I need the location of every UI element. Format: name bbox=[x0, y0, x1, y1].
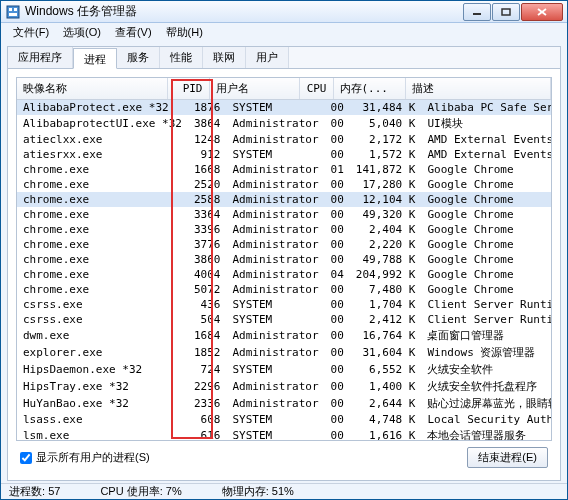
cell-pid: 1684 bbox=[188, 327, 227, 344]
tab-services[interactable]: 服务 bbox=[117, 47, 160, 68]
cell-desc: Google Chrome bbox=[421, 222, 551, 237]
table-row[interactable]: chrome.exe1668Administrator01141,872 KGo… bbox=[17, 162, 551, 177]
table-row[interactable]: HipsDaemon.exe *32724SYSTEM006,552 K火绒安全… bbox=[17, 361, 551, 378]
cell-cpu: 00 bbox=[325, 132, 350, 147]
cell-pid: 2520 bbox=[188, 177, 227, 192]
table-row[interactable]: chrome.exe2588Administrator0012,104 KGoo… bbox=[17, 192, 551, 207]
cell-user: Administrator bbox=[226, 395, 324, 412]
cell-name: chrome.exe bbox=[17, 222, 188, 237]
table-row[interactable]: AlibabaProtect.exe *321876SYSTEM0031,484… bbox=[17, 100, 551, 115]
cell-user: Administrator bbox=[226, 378, 324, 395]
cell-cpu: 00 bbox=[325, 207, 350, 222]
table-row[interactable]: chrome.exe3364Administrator0049,320 KGoo… bbox=[17, 207, 551, 222]
cell-user: SYSTEM bbox=[226, 147, 324, 162]
status-physical-memory: 物理内存: 51% bbox=[222, 484, 294, 499]
cell-mem: 16,764 K bbox=[350, 327, 422, 344]
menu-view[interactable]: 查看(V) bbox=[109, 23, 158, 42]
col-header-pid[interactable]: PID bbox=[167, 78, 209, 100]
cell-pid: 608 bbox=[188, 412, 227, 427]
table-row[interactable]: HuYanBao.exe *322336Administrator002,644… bbox=[17, 395, 551, 412]
cell-cpu: 00 bbox=[325, 378, 350, 395]
table-row[interactable]: explorer.exe1852Administrator0031,604 KW… bbox=[17, 344, 551, 361]
cell-mem: 7,480 K bbox=[350, 282, 422, 297]
menu-options[interactable]: 选项(O) bbox=[57, 23, 107, 42]
cell-cpu: 00 bbox=[325, 222, 350, 237]
menu-file[interactable]: 文件(F) bbox=[7, 23, 55, 42]
show-all-users-checkbox[interactable]: 显示所有用户的进程(S) bbox=[20, 450, 150, 465]
minimize-button[interactable] bbox=[463, 3, 491, 21]
cell-desc: Google Chrome bbox=[421, 162, 551, 177]
table-row[interactable]: chrome.exe3396Administrator002,404 KGoog… bbox=[17, 222, 551, 237]
cell-name: lsass.exe bbox=[17, 412, 188, 427]
col-header-cpu[interactable]: CPU bbox=[299, 78, 333, 100]
cell-cpu: 00 bbox=[325, 427, 350, 440]
task-manager-window: Windows 任务管理器 文件(F) 选项(O) 查看(V) 帮助(H) 应用… bbox=[0, 0, 568, 500]
close-button[interactable] bbox=[521, 3, 563, 21]
table-row[interactable]: dwm.exe1684Administrator0016,764 K桌面窗口管理… bbox=[17, 327, 551, 344]
cell-mem: 2,404 K bbox=[350, 222, 422, 237]
tab-applications[interactable]: 应用程序 bbox=[8, 47, 73, 68]
cell-mem: 1,572 K bbox=[350, 147, 422, 162]
table-row[interactable]: lsm.exe616SYSTEM001,616 K本地会话管理器服务 bbox=[17, 427, 551, 440]
cell-name: AlibabaprotectUI.exe *32 bbox=[17, 115, 188, 132]
cell-user: Administrator bbox=[226, 132, 324, 147]
table-row[interactable]: chrome.exe3776Administrator002,220 KGoog… bbox=[17, 237, 551, 252]
cell-user: SYSTEM bbox=[226, 412, 324, 427]
cell-desc: Google Chrome bbox=[421, 267, 551, 282]
cell-mem: 1,616 K bbox=[350, 427, 422, 440]
cell-cpu: 00 bbox=[325, 252, 350, 267]
cell-user: Administrator bbox=[226, 237, 324, 252]
cell-name: csrss.exe bbox=[17, 297, 188, 312]
cell-name: chrome.exe bbox=[17, 192, 188, 207]
tab-performance[interactable]: 性能 bbox=[160, 47, 203, 68]
cell-user: SYSTEM bbox=[226, 100, 324, 115]
maximize-button[interactable] bbox=[492, 3, 520, 21]
table-row[interactable]: chrome.exe5072Administrator007,480 KGoog… bbox=[17, 282, 551, 297]
cell-name: lsm.exe bbox=[17, 427, 188, 440]
table-row[interactable]: csrss.exe504SYSTEM002,412 KClient Server… bbox=[17, 312, 551, 327]
cell-name: chrome.exe bbox=[17, 207, 188, 222]
col-header-desc[interactable]: 描述 bbox=[405, 78, 551, 100]
tab-users[interactable]: 用户 bbox=[246, 47, 289, 68]
menu-help[interactable]: 帮助(H) bbox=[160, 23, 209, 42]
table-row[interactable]: AlibabaprotectUI.exe *323864Administrato… bbox=[17, 115, 551, 132]
cell-cpu: 00 bbox=[325, 412, 350, 427]
col-header-user[interactable]: 用户名 bbox=[209, 78, 299, 100]
tab-networking[interactable]: 联网 bbox=[203, 47, 246, 68]
cell-pid: 2588 bbox=[188, 192, 227, 207]
content-frame: 应用程序 进程 服务 性能 联网 用户 映像名称 PID 用户名 bbox=[7, 46, 561, 481]
cell-desc: Google Chrome bbox=[421, 177, 551, 192]
table-row[interactable]: atieclxx.exe1248Administrator002,172 KAM… bbox=[17, 132, 551, 147]
table-row[interactable]: chrome.exe4004Administrator04204,992 KGo… bbox=[17, 267, 551, 282]
cell-user: SYSTEM bbox=[226, 297, 324, 312]
cell-user: Administrator bbox=[226, 192, 324, 207]
tab-processes[interactable]: 进程 bbox=[73, 48, 117, 69]
table-row[interactable]: chrome.exe3860Administrator0049,788 KGoo… bbox=[17, 252, 551, 267]
process-table-body-scroll[interactable]: AlibabaProtect.exe *321876SYSTEM0031,484… bbox=[17, 100, 551, 440]
table-row[interactable]: chrome.exe2520Administrator0017,280 KGoo… bbox=[17, 177, 551, 192]
cell-mem: 31,484 K bbox=[350, 100, 422, 115]
col-header-mem[interactable]: 内存(... bbox=[333, 78, 405, 100]
cell-user: SYSTEM bbox=[226, 312, 324, 327]
table-row[interactable]: csrss.exe436SYSTEM001,704 KClient Server… bbox=[17, 297, 551, 312]
cell-desc: Google Chrome bbox=[421, 237, 551, 252]
cell-cpu: 00 bbox=[325, 177, 350, 192]
end-process-button[interactable]: 结束进程(E) bbox=[467, 447, 548, 468]
table-row[interactable]: HipsTray.exe *322296Administrator001,400… bbox=[17, 378, 551, 395]
cell-user: Administrator bbox=[226, 115, 324, 132]
cell-pid: 2296 bbox=[188, 378, 227, 395]
cell-cpu: 00 bbox=[325, 297, 350, 312]
cell-cpu: 00 bbox=[325, 344, 350, 361]
table-row[interactable]: atiesrxx.exe912SYSTEM001,572 KAMD Extern… bbox=[17, 147, 551, 162]
cell-desc: 火绒安全软件 bbox=[421, 361, 551, 378]
col-header-image[interactable]: 映像名称 bbox=[17, 78, 167, 100]
cell-user: SYSTEM bbox=[226, 427, 324, 440]
titlebar[interactable]: Windows 任务管理器 bbox=[1, 1, 567, 23]
table-row[interactable]: lsass.exe608SYSTEM004,748 KLocal Securit… bbox=[17, 412, 551, 427]
cell-name: chrome.exe bbox=[17, 252, 188, 267]
show-all-users-label: 显示所有用户的进程(S) bbox=[36, 450, 150, 465]
cell-pid: 504 bbox=[188, 312, 227, 327]
show-all-users-input[interactable] bbox=[20, 452, 32, 464]
status-cpu-usage: CPU 使用率: 7% bbox=[100, 484, 181, 499]
cell-user: Administrator bbox=[226, 267, 324, 282]
